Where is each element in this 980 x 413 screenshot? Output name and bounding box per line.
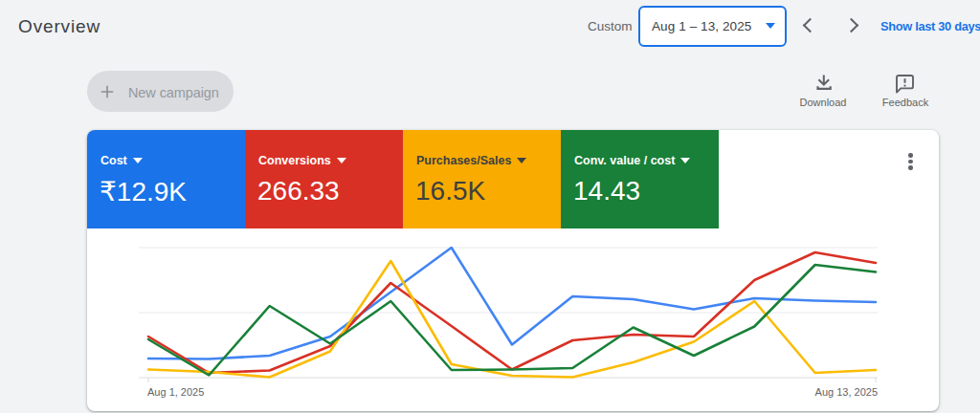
svg-text:Aug 13, 2025: Aug 13, 2025 xyxy=(815,386,878,398)
svg-text:Aug 1, 2025: Aug 1, 2025 xyxy=(147,386,204,398)
